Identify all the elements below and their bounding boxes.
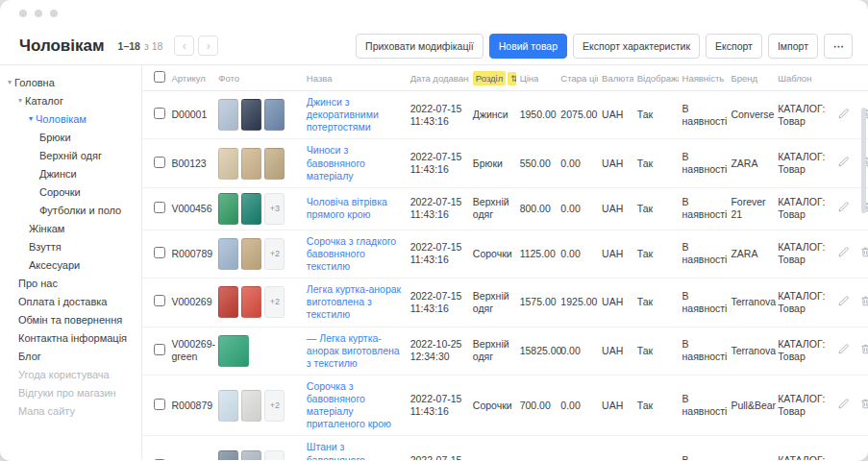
scrollbar-thumb[interactable]: [861, 108, 866, 213]
product-photo[interactable]: [218, 193, 238, 225]
page-title: Чоловікам: [19, 36, 105, 56]
sidebar-item[interactable]: Взуття: [0, 237, 141, 255]
product-photo[interactable]: [264, 99, 285, 131]
product-photo[interactable]: [241, 286, 261, 318]
edit-icon[interactable]: [837, 108, 850, 123]
sidebar-item[interactable]: Джинси: [0, 164, 141, 182]
product-name-link[interactable]: Сорочка з гладкого бавовняного текстилю: [307, 235, 403, 273]
edit-icon[interactable]: [837, 343, 850, 358]
col-header-brand[interactable]: Бренд: [727, 65, 774, 91]
edit-icon[interactable]: [837, 201, 850, 216]
col-header-date[interactable]: Дата додавання: [407, 65, 469, 91]
sidebar-item[interactable]: Контактна інформація: [0, 328, 141, 347]
delete-icon[interactable]: [859, 459, 868, 460]
sidebar-item[interactable]: Блог: [0, 347, 141, 365]
edit-icon[interactable]: [837, 246, 850, 261]
edit-icon[interactable]: [837, 459, 850, 460]
product-photo[interactable]: [241, 99, 261, 131]
product-photo[interactable]: [241, 450, 261, 460]
more-photos-badge[interactable]: +2: [264, 286, 285, 318]
sidebar-item[interactable]: Мапа сайту: [0, 401, 141, 420]
product-name-link[interactable]: — Легка куртка-анорак виготовлена з текс…: [307, 332, 403, 370]
col-header-display[interactable]: Відображати: [633, 65, 679, 91]
edit-icon[interactable]: [837, 295, 850, 310]
export-characteristics-button[interactable]: Експорт характеристик: [573, 34, 700, 59]
export-button[interactable]: Експорт: [706, 34, 762, 59]
sidebar-item[interactable]: Обмін та повернення: [0, 310, 141, 328]
product-name-link[interactable]: Джинси з декоративними потертостями: [307, 96, 403, 133]
time-added: 11:43:16: [410, 208, 465, 221]
old-price-cell: 0.00: [557, 327, 598, 375]
more-photos-badge[interactable]: +2: [264, 450, 285, 460]
sidebar-item[interactable]: ▾Каталог: [0, 91, 141, 109]
sidebar-item[interactable]: Сорочки: [0, 182, 141, 201]
import-button[interactable]: Імпорт: [768, 34, 818, 59]
col-header-name[interactable]: Назва: [303, 65, 407, 91]
window-zoom-button[interactable]: [50, 10, 58, 17]
window-titlebar: [0, 0, 868, 27]
more-photos-badge[interactable]: +2: [264, 238, 285, 270]
sidebar-item[interactable]: Жінкам: [0, 219, 141, 237]
edit-icon[interactable]: [837, 156, 850, 171]
col-header-price[interactable]: Ціна: [516, 65, 558, 91]
sidebar-item[interactable]: Аксесуари: [0, 255, 141, 274]
product-photo[interactable]: [241, 238, 261, 270]
row-checkbox[interactable]: [154, 108, 165, 119]
row-checkbox[interactable]: [154, 399, 165, 410]
select-all-checkbox[interactable]: [154, 71, 165, 83]
product-photo[interactable]: [218, 335, 249, 367]
more-actions-button[interactable]: ⋯: [824, 34, 853, 59]
section-cell: Сорочки: [469, 230, 516, 278]
table-header-row: Артикул Фото Назва Дата додавання Розділ…: [142, 65, 868, 91]
row-checkbox[interactable]: [154, 157, 165, 168]
row-checkbox[interactable]: [154, 459, 165, 460]
product-name-link[interactable]: Штани з бавовняного матеріалу прямого кр…: [307, 441, 403, 460]
product-photo[interactable]: [218, 238, 238, 270]
product-name-link[interactable]: Сорочка з бавовняного матеріалу притален…: [307, 380, 403, 431]
row-checkbox[interactable]: [154, 295, 165, 306]
price-cell: 1125.00: [516, 230, 558, 278]
sidebar-item[interactable]: Угода користувача: [0, 365, 141, 383]
more-photos-badge[interactable]: +2: [264, 390, 285, 422]
row-checkbox[interactable]: [154, 344, 165, 355]
sidebar-item[interactable]: Відгуки про магазин: [0, 383, 141, 401]
sidebar-item[interactable]: Верхній одяг: [0, 146, 141, 164]
product-photo[interactable]: [218, 148, 238, 180]
product-photo[interactable]: [218, 450, 238, 460]
sidebar-item[interactable]: Про нас: [0, 274, 141, 292]
hide-modifications-button[interactable]: Приховати модифікації: [356, 34, 484, 59]
table-row: D00001 Джинси з декоративними потертостя…: [142, 91, 868, 139]
col-header-section[interactable]: Розділ⇅: [469, 65, 516, 91]
sidebar-item[interactable]: Брюки: [0, 128, 141, 146]
next-page-button[interactable]: ›: [198, 36, 218, 56]
vertical-scrollbar[interactable]: [861, 108, 866, 453]
col-header-template[interactable]: Шаблон: [774, 65, 827, 91]
product-name-link[interactable]: Чиноси з бавовняного матеріалу: [307, 144, 403, 182]
product-photo[interactable]: [264, 148, 285, 180]
product-photo[interactable]: [218, 390, 238, 422]
product-photo[interactable]: [241, 390, 261, 422]
product-photo[interactable]: [241, 193, 261, 225]
col-header-sku[interactable]: Артикул: [167, 65, 214, 91]
sidebar-item[interactable]: Футболки и поло: [0, 201, 141, 219]
product-photo[interactable]: [218, 99, 238, 131]
row-checkbox[interactable]: [154, 247, 165, 258]
window-minimize-button[interactable]: [35, 10, 42, 17]
col-header-currency[interactable]: Валюта: [598, 65, 633, 91]
row-checkbox[interactable]: [154, 202, 165, 213]
product-name-link[interactable]: Чоловіча вітрівка прямого крою: [307, 196, 403, 221]
more-photos-badge[interactable]: +3: [264, 193, 285, 225]
sort-icon[interactable]: ⇅: [508, 72, 515, 85]
sidebar-item[interactable]: ▾Чоловікам: [0, 109, 141, 128]
sidebar-item[interactable]: ▾Головна: [0, 73, 141, 91]
prev-page-button[interactable]: ‹: [174, 36, 194, 56]
product-photo[interactable]: [241, 148, 261, 180]
edit-icon[interactable]: [837, 398, 850, 413]
product-photo[interactable]: [218, 286, 238, 318]
window-close-button[interactable]: [19, 10, 27, 17]
col-header-old-price[interactable]: Стара ціна: [557, 65, 598, 91]
new-product-button[interactable]: Новий товар: [489, 34, 567, 59]
col-header-availability[interactable]: Наявність: [679, 65, 728, 91]
product-name-link[interactable]: Легка куртка-анорак виготовлена з тексти…: [307, 283, 403, 321]
sidebar-item[interactable]: Оплата і доставка: [0, 292, 141, 310]
